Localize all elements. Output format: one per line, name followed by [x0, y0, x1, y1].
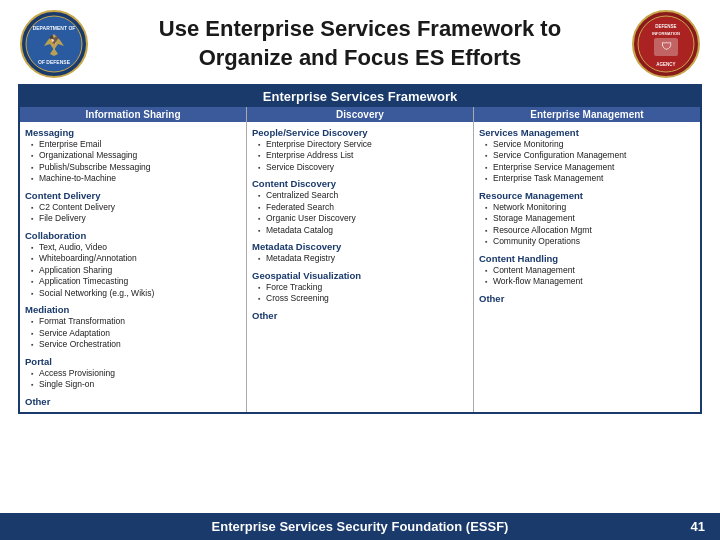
list-item: Application Timecasting	[31, 276, 241, 287]
list-item: Service Orchestration	[31, 339, 241, 350]
footer-bar: Enterprise Services Security Foundation …	[0, 513, 720, 540]
section-resource-mgmt: Resource Management	[479, 190, 695, 201]
col2-header: Discovery	[247, 107, 473, 122]
col-discovery: Discovery People/Service Discovery Enter…	[247, 107, 474, 412]
services-mgmt-list: Service Monitoring Service Configuration…	[479, 139, 695, 185]
list-item: Organic User Discovery	[258, 213, 468, 224]
list-item: Storage Management	[485, 213, 695, 224]
collaboration-list: Text, Audio, Video Whiteboarding/Annotat…	[25, 242, 241, 299]
list-item: Content Management	[485, 265, 695, 276]
slide-title: Use Enterprise Services Framework to Org…	[98, 15, 622, 72]
list-item: Application Sharing	[31, 265, 241, 276]
people-service-list: Enterprise Directory Service Enterprise …	[252, 139, 468, 173]
messaging-list: Enterprise Email Organizational Messagin…	[25, 139, 241, 185]
title-block: Use Enterprise Services Framework to Org…	[88, 15, 632, 72]
list-item: Force Tracking	[258, 282, 468, 293]
list-item: Enterprise Task Management	[485, 173, 695, 184]
section-metadata-disc: Metadata Discovery	[252, 241, 468, 252]
list-item: Service Monitoring	[485, 139, 695, 150]
list-item: Enterprise Email	[31, 139, 241, 150]
list-item: Enterprise Directory Service	[258, 139, 468, 150]
content-delivery-list: C2 Content Delivery File Delivery	[25, 202, 241, 225]
list-item: Enterprise Service Management	[485, 162, 695, 173]
list-item: Service Configuration Management	[485, 150, 695, 161]
metadata-disc-list: Metadata Registry	[252, 253, 468, 264]
list-item: Organizational Messaging	[31, 150, 241, 161]
list-item: C2 Content Delivery	[31, 202, 241, 213]
svg-text:DEPARTMENT OF: DEPARTMENT OF	[33, 25, 76, 31]
col-information-sharing: Information Sharing Messaging Enterprise…	[20, 107, 247, 412]
section-portal: Portal	[25, 356, 241, 367]
section-services-mgmt: Services Management	[479, 127, 695, 138]
slide-number: 41	[691, 519, 705, 534]
svg-text:AGENCY: AGENCY	[656, 62, 675, 67]
slide-container: DEPARTMENT OF OF DEFENSE 🦅 Use Enterpris…	[0, 0, 720, 540]
mediation-list: Format Transformation Service Adaptation…	[25, 316, 241, 350]
section-collaboration: Collaboration	[25, 230, 241, 241]
col1-other: Other	[25, 396, 241, 407]
list-item: Access Provisioning	[31, 368, 241, 379]
list-item: Metadata Registry	[258, 253, 468, 264]
section-content-disc: Content Discovery	[252, 178, 468, 189]
list-item: Network Monitoring	[485, 202, 695, 213]
col3-header: Enterprise Management	[474, 107, 700, 122]
svg-text:OF DEFENSE: OF DEFENSE	[38, 59, 71, 65]
list-item: Community Operations	[485, 236, 695, 247]
list-item: Whiteboarding/Annotation	[31, 253, 241, 264]
list-item: Cross Screening	[258, 293, 468, 304]
col-enterprise-mgmt: Enterprise Management Services Managemen…	[474, 107, 700, 412]
right-logo: DEFENSE INFORMATION AGENCY 🛡	[632, 10, 700, 78]
col3-other: Other	[479, 293, 695, 304]
list-item: Single Sign-on	[31, 379, 241, 390]
col1-header: Information Sharing	[20, 107, 246, 122]
section-messaging: Messaging	[25, 127, 241, 138]
section-content-delivery: Content Delivery	[25, 190, 241, 201]
resource-mgmt-list: Network Monitoring Storage Management Re…	[479, 202, 695, 248]
footer-text: Enterprise Services Security Foundation …	[212, 519, 509, 534]
col2-other: Other	[252, 310, 468, 321]
left-logo: DEPARTMENT OF OF DEFENSE 🦅	[20, 10, 88, 78]
list-item: Social Networking (e.g., Wikis)	[31, 288, 241, 299]
content-handling-list: Content Management Work-flow Management	[479, 265, 695, 288]
list-item: Metadata Catalog	[258, 225, 468, 236]
framework-columns: Information Sharing Messaging Enterprise…	[20, 107, 700, 412]
list-item: File Delivery	[31, 213, 241, 224]
content-disc-list: Centralized Search Federated Search Orga…	[252, 190, 468, 236]
svg-text:🦅: 🦅	[49, 34, 61, 46]
list-item: Text, Audio, Video	[31, 242, 241, 253]
list-item: Resource Allocation Mgmt	[485, 225, 695, 236]
section-mediation: Mediation	[25, 304, 241, 315]
geospatial-list: Force Tracking Cross Screening	[252, 282, 468, 305]
section-content-handling: Content Handling	[479, 253, 695, 264]
section-people-service: People/Service Discovery	[252, 127, 468, 138]
svg-text:INFORMATION: INFORMATION	[652, 31, 680, 36]
portal-list: Access Provisioning Single Sign-on	[25, 368, 241, 391]
list-item: Service Adaptation	[31, 328, 241, 339]
list-item: Publish/Subscribe Messaging	[31, 162, 241, 173]
svg-text:DEFENSE: DEFENSE	[655, 24, 676, 29]
list-item: Work-flow Management	[485, 276, 695, 287]
list-item: Federated Search	[258, 202, 468, 213]
list-item: Enterprise Address List	[258, 150, 468, 161]
list-item: Format Transformation	[31, 316, 241, 327]
framework-header-bar: Enterprise Services Framework	[20, 86, 700, 107]
section-geospatial: Geospatial Visualization	[252, 270, 468, 281]
list-item: Service Discovery	[258, 162, 468, 173]
framework-box: Enterprise Services Framework Informatio…	[18, 84, 702, 414]
header-area: DEPARTMENT OF OF DEFENSE 🦅 Use Enterpris…	[10, 10, 710, 78]
list-item: Centralized Search	[258, 190, 468, 201]
list-item: Machine-to-Machine	[31, 173, 241, 184]
svg-text:🛡: 🛡	[661, 40, 672, 52]
